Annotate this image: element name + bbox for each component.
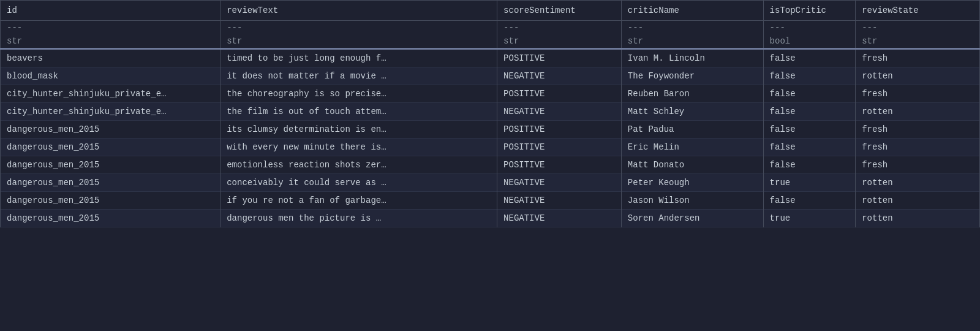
cell-reviewText: the film is out of touch attem… xyxy=(221,103,497,121)
cell-reviewText: timed to be just long enough f… xyxy=(221,49,497,67)
cell-reviewState: fresh xyxy=(856,156,980,174)
table-row: city_hunter_shinjuku_private_e…the chore… xyxy=(1,85,980,103)
cell-reviewText: conceivably it could serve as … xyxy=(221,174,497,192)
column-type-reviewState: str xyxy=(856,34,980,49)
column-header-scoreSentiment: scoreSentiment xyxy=(497,1,622,21)
cell-isTopCritic: false xyxy=(763,85,856,103)
cell-criticName: Matt Schley xyxy=(621,103,763,121)
column-separator-scoreSentiment: --- xyxy=(497,21,622,35)
cell-id: blood_mask xyxy=(1,67,221,85)
column-separator-reviewState: --- xyxy=(856,21,980,35)
column-separator-reviewText: --- xyxy=(221,21,497,35)
cell-criticName: Soren Andersen xyxy=(621,210,763,227)
data-table: idreviewTextscoreSentimentcriticNameisTo… xyxy=(0,0,980,227)
column-header-reviewText: reviewText xyxy=(221,1,497,21)
table-row: dangerous_men_2015conceivably it could s… xyxy=(1,174,980,192)
cell-criticName: Pat Padua xyxy=(621,121,763,139)
cell-reviewState: fresh xyxy=(856,121,980,139)
cell-isTopCritic: false xyxy=(763,156,856,174)
cell-isTopCritic: false xyxy=(763,121,856,139)
column-separator-id: --- xyxy=(1,21,221,35)
cell-isTopCritic: false xyxy=(763,49,856,67)
cell-isTopCritic: true xyxy=(763,174,856,192)
column-header-criticName: criticName xyxy=(621,1,763,21)
cell-id: dangerous_men_2015 xyxy=(1,174,221,192)
table-body: beaverstimed to be just long enough f…PO… xyxy=(1,49,980,227)
cell-scoreSentiment: POSITIVE xyxy=(497,156,622,174)
cell-reviewText: its clumsy determination is en… xyxy=(221,121,497,139)
column-type-reviewText: str xyxy=(221,34,497,49)
cell-isTopCritic: false xyxy=(763,103,856,121)
cell-isTopCritic: false xyxy=(763,67,856,85)
cell-id: dangerous_men_2015 xyxy=(1,156,221,174)
cell-criticName: Jason Wilson xyxy=(621,192,763,210)
table-row: dangerous_men_2015its clumsy determinati… xyxy=(1,121,980,139)
table-row: blood_maskit does not matter if a movie … xyxy=(1,67,980,85)
column-type-isTopCritic: bool xyxy=(763,34,856,49)
cell-criticName: Eric Melin xyxy=(621,139,763,156)
cell-scoreSentiment: NEGATIVE xyxy=(497,67,622,85)
cell-scoreSentiment: NEGATIVE xyxy=(497,192,622,210)
cell-criticName: Peter Keough xyxy=(621,174,763,192)
cell-reviewText: with every new minute there is… xyxy=(221,139,497,156)
cell-reviewText: it does not matter if a movie … xyxy=(221,67,497,85)
cell-id: dangerous_men_2015 xyxy=(1,210,221,227)
cell-reviewState: rotten xyxy=(856,192,980,210)
column-header-id: id xyxy=(1,1,221,21)
column-header-isTopCritic: isTopCritic xyxy=(763,1,856,21)
cell-reviewState: fresh xyxy=(856,85,980,103)
cell-isTopCritic: true xyxy=(763,210,856,227)
cell-reviewState: fresh xyxy=(856,139,980,156)
column-type-criticName: str xyxy=(621,34,763,49)
table-row: dangerous_men_2015 dangerous men the pic… xyxy=(1,210,980,227)
cell-reviewText: dangerous men the picture is … xyxy=(221,210,497,227)
cell-scoreSentiment: NEGATIVE xyxy=(497,103,622,121)
table-row: dangerous_men_2015if you re not a fan of… xyxy=(1,192,980,210)
cell-isTopCritic: false xyxy=(763,192,856,210)
cell-criticName: The Foywonder xyxy=(621,67,763,85)
cell-reviewText: if you re not a fan of garbage… xyxy=(221,192,497,210)
column-header-reviewState: reviewState xyxy=(856,1,980,21)
cell-reviewText: emotionless reaction shots zer… xyxy=(221,156,497,174)
table-container: idreviewTextscoreSentimentcriticNameisTo… xyxy=(0,0,980,331)
cell-id: city_hunter_shinjuku_private_e… xyxy=(1,103,221,121)
cell-id: dangerous_men_2015 xyxy=(1,139,221,156)
table-row: dangerous_men_2015with every new minute … xyxy=(1,139,980,156)
cell-isTopCritic: false xyxy=(763,139,856,156)
cell-reviewState: fresh xyxy=(856,49,980,67)
table-header: idreviewTextscoreSentimentcriticNameisTo… xyxy=(1,1,980,49)
cell-id: dangerous_men_2015 xyxy=(1,121,221,139)
column-type-scoreSentiment: str xyxy=(497,34,622,49)
cell-reviewState: rotten xyxy=(856,67,980,85)
table-row: beaverstimed to be just long enough f…PO… xyxy=(1,49,980,67)
cell-id: dangerous_men_2015 xyxy=(1,192,221,210)
column-type-id: str xyxy=(1,34,221,49)
cell-criticName: Reuben Baron xyxy=(621,85,763,103)
cell-scoreSentiment: POSITIVE xyxy=(497,49,622,67)
cell-scoreSentiment: NEGATIVE xyxy=(497,210,622,227)
cell-criticName: Matt Donato xyxy=(621,156,763,174)
table-row: city_hunter_shinjuku_private_e…the film … xyxy=(1,103,980,121)
cell-reviewState: rotten xyxy=(856,210,980,227)
cell-criticName: Ivan M. Lincoln xyxy=(621,49,763,67)
cell-scoreSentiment: POSITIVE xyxy=(497,121,622,139)
cell-scoreSentiment: POSITIVE xyxy=(497,139,622,156)
cell-id: beavers xyxy=(1,49,221,67)
cell-scoreSentiment: POSITIVE xyxy=(497,85,622,103)
cell-reviewState: rotten xyxy=(856,103,980,121)
table-row: dangerous_men_2015emotionless reaction s… xyxy=(1,156,980,174)
column-separator-criticName: --- xyxy=(621,21,763,35)
cell-id: city_hunter_shinjuku_private_e… xyxy=(1,85,221,103)
cell-scoreSentiment: NEGATIVE xyxy=(497,174,622,192)
cell-reviewState: rotten xyxy=(856,174,980,192)
column-separator-isTopCritic: --- xyxy=(763,21,856,35)
cell-reviewText: the choreography is so precise… xyxy=(221,85,497,103)
